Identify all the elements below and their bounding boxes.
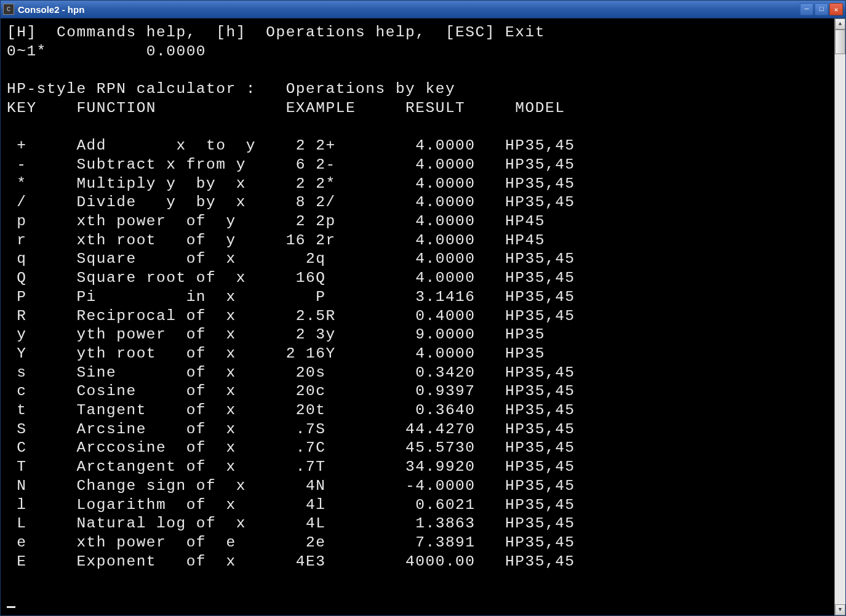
window-title: Console2 - hpn xyxy=(18,4,800,15)
vertical-scrollbar[interactable]: ▲ ▼ xyxy=(834,18,845,615)
app-icon: C xyxy=(3,4,14,15)
cursor xyxy=(7,606,15,608)
window-controls: ─ □ ✕ xyxy=(800,3,843,15)
scroll-thumb[interactable] xyxy=(835,30,845,54)
scroll-up-button[interactable]: ▲ xyxy=(835,18,845,30)
titlebar[interactable]: C Console2 - hpn ─ □ ✕ xyxy=(0,0,846,18)
app-window: C Console2 - hpn ─ □ ✕ [H] Commands help… xyxy=(0,0,846,616)
close-button[interactable]: ✕ xyxy=(829,3,843,15)
scroll-down-button[interactable]: ▼ xyxy=(835,604,845,615)
scroll-track[interactable] xyxy=(835,30,845,604)
minimize-button[interactable]: ─ xyxy=(800,3,813,15)
maximize-button[interactable]: □ xyxy=(815,3,828,15)
content-area: [H] Commands help, [h] Operations help, … xyxy=(0,18,846,616)
terminal-output[interactable]: [H] Commands help, [h] Operations help, … xyxy=(1,18,834,615)
